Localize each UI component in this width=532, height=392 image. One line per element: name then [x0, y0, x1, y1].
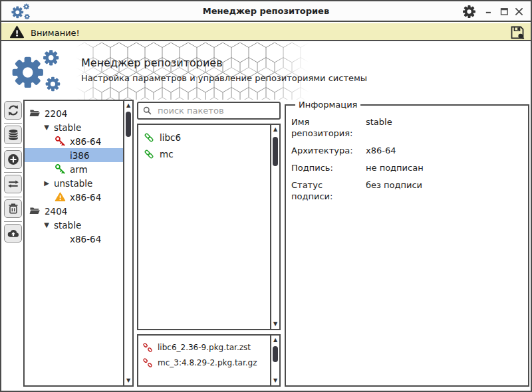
package-name: libc6	[160, 132, 181, 143]
file-name: libc6_2.36-9.pkg.tar.zst	[158, 343, 251, 352]
upload-button[interactable]	[4, 224, 22, 243]
search-icon	[142, 106, 152, 116]
package-item-libc6[interactable]: libc6	[138, 130, 270, 146]
warning-text: Внимание!	[31, 28, 80, 38]
info-legend: Информация	[295, 100, 360, 110]
file-item-mc[interactable]: mc_3:4.8.29-2.pkg.tar.gz	[138, 355, 269, 370]
info-label: Подпись:	[291, 162, 366, 173]
broken-link-icon	[142, 357, 153, 368]
app-window: Менеджер репозиториев Внимание!	[0, 0, 532, 392]
tree-item-label: stable	[54, 122, 81, 133]
tree-item-2404[interactable]: 2404	[25, 204, 124, 218]
package-item-mc[interactable]: mc	[138, 146, 270, 162]
warning-banner: Внимание!	[1, 23, 531, 41]
info-row-signature-status: Статус подписи: без подписи	[291, 179, 523, 202]
tree-item-stable-2404[interactable]: ▼ stable	[25, 218, 124, 232]
tree-item-label: unstable	[54, 178, 92, 189]
file-list-panel: libc6_2.36-9.pkg.tar.zst mc_3:4.8.29-2.p…	[137, 334, 281, 387]
database-button[interactable]	[4, 126, 22, 144]
chevron-collapsed-icon[interactable]: ▶	[43, 179, 51, 187]
info-value: без подписи	[366, 179, 422, 202]
folder-open-icon	[29, 108, 41, 119]
file-list-scrollbar[interactable]: ▲ ▼	[270, 336, 279, 385]
package-list-scrollbar[interactable]: ▲ ▼	[270, 125, 279, 329]
trash-icon	[7, 202, 20, 215]
tree-item-label: x86-64	[70, 136, 101, 147]
refresh-icon	[7, 104, 20, 117]
tree-item-label: x86-64	[70, 192, 101, 203]
tree-item-i386-selected[interactable]: i386	[25, 148, 124, 162]
tree-item-label: x86-64	[70, 234, 101, 245]
refresh-button[interactable]	[4, 101, 22, 120]
scroll-up-arrow[interactable]: ▲	[124, 102, 132, 109]
link-icon	[143, 148, 155, 160]
toolbar-separator	[4, 221, 22, 222]
info-value: не подписан	[366, 162, 424, 173]
scroll-up-arrow[interactable]: ▲	[271, 126, 279, 133]
scroll-down-arrow[interactable]: ▼	[124, 377, 132, 384]
tree-item-x86-64-2404[interactable]: x86-64	[25, 232, 124, 246]
scrollbar-thumb[interactable]	[273, 137, 278, 166]
warning-triangle-icon	[9, 25, 25, 40]
toolbar-separator	[4, 123, 22, 124]
tree-item-unstable[interactable]: ▶ unstable	[25, 176, 124, 190]
close-button[interactable]	[513, 4, 525, 19]
chevron-expanded-icon[interactable]: ▼	[43, 124, 51, 131]
scroll-up-arrow[interactable]: ▲	[271, 337, 279, 343]
app-logo-large-icon	[11, 49, 72, 97]
settings-gear-icon[interactable]	[462, 5, 476, 19]
transfer-button[interactable]	[4, 175, 22, 193]
transfer-arrows-icon	[7, 177, 20, 191]
title-bar: Менеджер репозиториев	[1, 1, 531, 22]
file-item-libc6[interactable]: libc6_2.36-9.pkg.tar.zst	[138, 340, 269, 355]
info-groupbox: Информация Имя репозитория: stable Архит…	[285, 100, 529, 387]
header-subtitle: Настройка параметров и управление репози…	[81, 73, 367, 83]
header-title: Менеджер репозиториев	[81, 56, 223, 69]
tree-item-x86-64-warning[interactable]: x86-64	[25, 190, 124, 204]
window-title: Менеджер репозиториев	[1, 6, 531, 16]
tree-item-label: stable	[54, 220, 81, 231]
tree-scrollbar[interactable]: ▲ ▼	[123, 101, 132, 385]
scroll-down-arrow[interactable]: ▼	[271, 377, 279, 384]
package-name: mc	[160, 149, 174, 159]
key-green-icon	[55, 163, 66, 175]
chevron-expanded-icon[interactable]: ▼	[43, 221, 51, 229]
key-red-icon	[55, 136, 66, 147]
scrollbar-thumb[interactable]	[273, 346, 278, 362]
search-input[interactable]	[156, 105, 275, 116]
cloud-upload-icon	[7, 227, 20, 240]
tree-item-x86-64-signed[interactable]: x86-64	[25, 134, 124, 148]
info-value: x86-64	[366, 145, 396, 156]
link-icon	[143, 132, 155, 144]
maximize-button[interactable]	[498, 4, 511, 19]
package-search-box	[137, 102, 281, 120]
info-row-signature: Подпись: не подписан	[291, 162, 523, 173]
info-row-repo-name: Имя репозитория: stable	[291, 116, 523, 139]
tree-item-label: arm	[70, 164, 88, 175]
info-value: stable	[366, 116, 392, 139]
warning-triangle-icon	[55, 191, 66, 203]
scroll-down-arrow[interactable]: ▼	[271, 321, 279, 328]
tree-item-arm[interactable]: arm	[25, 162, 124, 176]
add-button[interactable]	[4, 150, 22, 169]
folder-open-icon	[29, 205, 41, 217]
toolbar-separator	[4, 147, 22, 148]
tree-item-label: i386	[70, 150, 90, 161]
info-label: Имя репозитория:	[291, 116, 366, 139]
info-label: Статус подписи:	[291, 179, 366, 202]
toolbar-separator	[4, 172, 22, 173]
tree-item-stable[interactable]: ▼ stable	[25, 120, 124, 134]
minimize-button[interactable]	[483, 4, 496, 19]
delete-button[interactable]	[4, 199, 22, 218]
save-button[interactable]	[509, 25, 525, 41]
database-icon	[7, 128, 20, 142]
info-label: Архитектура:	[291, 145, 366, 156]
toolbar-separator	[4, 197, 22, 197]
file-name: mc_3:4.8.29-2.pkg.tar.gz	[158, 358, 257, 367]
add-circle-icon	[7, 153, 20, 166]
package-list-panel: libc6 mc ▲ ▼	[137, 124, 281, 330]
tree-item-2204[interactable]: 2204	[25, 106, 124, 120]
scrollbar-thumb[interactable]	[126, 112, 131, 137]
page-header: Менеджер репозиториев Настройка параметр…	[1, 43, 531, 100]
tree-item-label: 2204	[45, 108, 67, 119]
